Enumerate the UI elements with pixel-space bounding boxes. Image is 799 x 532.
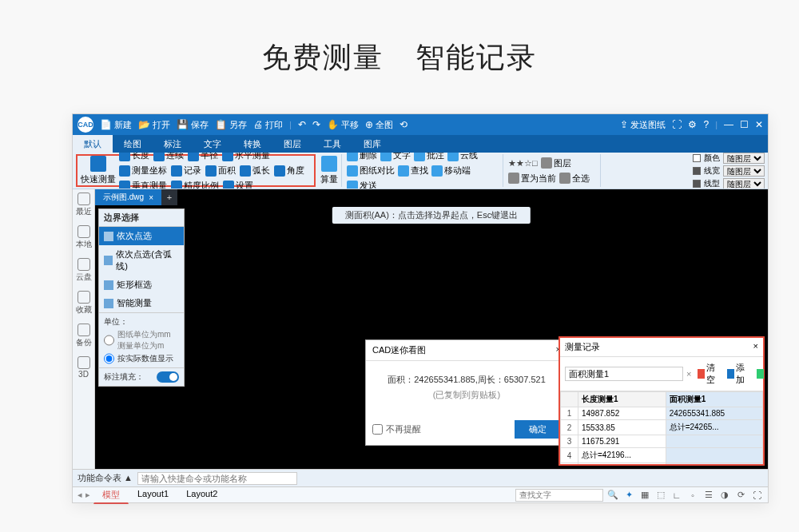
ribbon-tab-5[interactable]: 图层 [272, 135, 312, 153]
zoom-extents-button[interactable]: ⊕全图 [365, 119, 393, 131]
pan-button[interactable]: ✋平移 [327, 119, 359, 131]
color-select[interactable]: 随图层 [723, 153, 765, 164]
ribbon-btn-移动端[interactable]: 移动端 [431, 164, 471, 178]
help-icon[interactable]: ? [703, 119, 709, 130]
redo-icon[interactable]: ↷ [312, 119, 320, 130]
sidebar-3D[interactable]: 3D [78, 356, 90, 379]
clear-input-icon[interactable]: × [686, 369, 691, 379]
ribbon-btn-精度比例[interactable]: 精度比例 [171, 179, 219, 190]
layout-next-icon[interactable]: ▸ [85, 490, 90, 500]
ribbon-btn-图层[interactable]: 图层 [541, 156, 571, 170]
ribbon-btn-角度[interactable]: 角度 [274, 164, 304, 178]
maximize-icon[interactable]: ☐ [740, 119, 749, 130]
ribbon-btn-测量坐标[interactable]: 测量坐标 [119, 164, 167, 178]
export-button[interactable]: 导出 [753, 360, 768, 387]
close-icon[interactable]: ✕ [755, 119, 763, 130]
ribbon-btn-水平测量[interactable]: 水平测量 [222, 153, 270, 163]
ribbon-tab-3[interactable]: 文字 [193, 135, 233, 153]
undo-icon[interactable]: ↶ [298, 119, 306, 130]
lineweight-select[interactable]: 随图层 [723, 165, 765, 177]
ribbon-tab-0[interactable]: 默认 [73, 135, 113, 153]
ribbon-btn-查找[interactable]: 查找 [398, 164, 428, 178]
dialog-ok-button[interactable]: 确定 [515, 420, 561, 439]
command-list-toggle[interactable]: 功能命令表 ▲ [78, 472, 133, 484]
layout-tab-模型[interactable]: 模型 [93, 486, 129, 504]
measure-name-input[interactable] [565, 367, 683, 381]
drawing-canvas[interactable]: 示例图.dwg × + 测面积(AA)：点击选择边界起点，Esc键退出 边界选择… [95, 189, 768, 469]
regen-icon[interactable]: ⟳ [734, 489, 747, 502]
ribbon-tab-4[interactable]: 转换 [233, 135, 272, 153]
quick-measure-button[interactable]: 快速测量 [81, 155, 116, 187]
expand-icon[interactable]: ⛶ [672, 119, 682, 130]
ribbon-tab-2[interactable]: 标注 [153, 135, 193, 153]
table-row[interactable]: 311675.291 [561, 435, 763, 448]
grid-icon[interactable]: ▦ [638, 489, 651, 502]
ribbon-btn-置为当前[interactable]: 置为当前 [508, 171, 556, 185]
ribbon-tabbar: 默认绘图标注文字转换图层工具图库 [73, 135, 768, 153]
ribbon-btn-半径[interactable]: 半径 [188, 153, 218, 163]
saveas-button[interactable]: 📋另存 [215, 119, 247, 131]
table-row[interactable]: 4总计=42196... [561, 448, 763, 463]
calc-button[interactable]: 算量 [320, 155, 338, 187]
settings-icon[interactable]: ⚙ [688, 119, 697, 130]
layout-tab-Layout1[interactable]: Layout1 [129, 486, 177, 504]
measure-panel-close-icon[interactable]: × [753, 341, 758, 353]
ribbon-btn-面积[interactable]: 面积 [205, 164, 236, 178]
new-file-button[interactable]: 📄新建 [100, 119, 132, 131]
find-text-input[interactable] [515, 489, 603, 502]
ribbon-btn-删除[interactable]: 删除 [347, 153, 377, 163]
layer-state[interactable]: ★★☆□ [508, 158, 538, 169]
ortho-icon[interactable]: ⬚ [654, 489, 667, 502]
ribbon-tab-1[interactable]: 绘图 [113, 135, 153, 153]
sidebar-收藏[interactable]: 收藏 [76, 291, 92, 316]
add-button[interactable]: 添加 [724, 360, 750, 387]
sidebar-云盘[interactable]: 云盘 [76, 258, 92, 283]
layout-prev-icon[interactable]: ◂ [78, 490, 82, 500]
fullscreen-icon[interactable]: ⛶ [750, 489, 763, 502]
linetype-select[interactable]: 随图层 [723, 178, 765, 189]
table-row[interactable]: 215533.85总计=24265... [561, 420, 763, 435]
ribbon-btn-设置[interactable]: 设置 [223, 179, 253, 190]
print-button[interactable]: 🖨打印 [253, 119, 283, 131]
ribbon-btn-全选[interactable]: 全选 [559, 171, 590, 185]
minimize-icon[interactable]: — [724, 119, 733, 130]
table-row[interactable]: 5 [561, 463, 763, 465]
sidebar-备份[interactable]: 备份 [76, 324, 92, 348]
ribbon-btn-垂直测量[interactable]: 垂直测量 [119, 179, 167, 190]
layout-tab-Layout2[interactable]: Layout2 [177, 486, 226, 504]
refresh-icon[interactable]: ⟲ [400, 119, 407, 130]
command-input[interactable] [137, 472, 297, 485]
send-drawing-button[interactable]: ⇪发送图纸 [620, 119, 666, 131]
clear-button[interactable]: 清空 [694, 360, 721, 387]
color-toggle-icon[interactable]: ◑ [718, 489, 731, 502]
ribbon-btn-弧长[interactable]: 弧长 [240, 164, 270, 178]
search-icon[interactable]: 🔍 [606, 489, 619, 502]
ribbon-tab-6[interactable]: 工具 [312, 135, 352, 153]
open-file-button[interactable]: 📂打开 [138, 119, 170, 131]
ribbon-btn-文字[interactable]: 文字 [380, 153, 411, 163]
snap-icon[interactable]: ✦ [622, 489, 635, 502]
save-button[interactable]: 💾保存 [177, 119, 209, 131]
osnap-icon[interactable]: ◦ [686, 489, 699, 502]
sidebar-最近[interactable]: 最近 [76, 193, 92, 217]
ribbon-btn-云线[interactable]: 云线 [447, 153, 478, 163]
no-remind-checkbox[interactable]: 不再提醒 [372, 423, 421, 435]
lineweight-toggle-icon[interactable]: ☰ [702, 489, 715, 502]
ribbon-btn-记录[interactable]: 记录 [171, 164, 201, 178]
table-row[interactable]: 114987.852242655341.885 [561, 407, 763, 420]
unit-mm-radio[interactable] [104, 329, 114, 351]
ribbon-btn-图纸对比[interactable]: 图纸对比 [347, 164, 395, 178]
sidebar-本地[interactable]: 本地 [76, 225, 92, 250]
ribbon-btn-长度[interactable]: 长度 [119, 153, 149, 163]
ribbon-btn-发送[interactable]: 发送 [347, 179, 377, 190]
polar-icon[interactable]: ∟ [670, 489, 683, 502]
ribbon-tab-7[interactable]: 图库 [352, 135, 392, 153]
fill-toggle[interactable] [157, 371, 179, 383]
unit-actual-radio[interactable] [104, 353, 114, 364]
color-swatch[interactable] [693, 154, 701, 162]
ribbon-btn-连续[interactable]: 连续 [153, 153, 184, 163]
measure-grid[interactable]: 长度测量1面积测量1 114987.852242655341.885215533… [560, 391, 763, 464]
ribbon-btn-批注[interactable]: 批注 [414, 153, 444, 163]
dialog-result-text: 面积：242655341.885,周长：65307.521 [376, 374, 558, 386]
ribbon-group-edit: 删除文字批注云线图纸对比查找移动端发送 [344, 154, 503, 187]
